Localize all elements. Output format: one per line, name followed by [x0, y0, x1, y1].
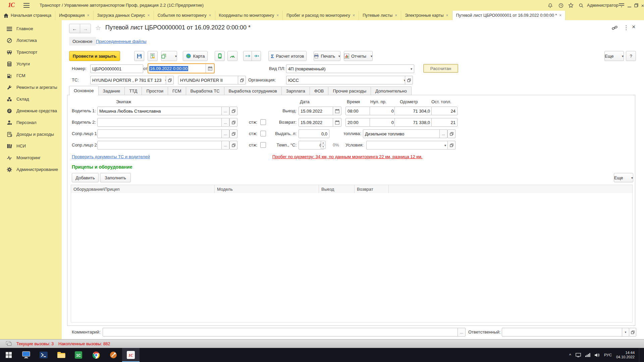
- departure-odometer-input[interactable]: 71 304,0: [394, 107, 432, 115]
- comment-expand-button[interactable]: ...: [458, 328, 466, 337]
- driver1-select-button[interactable]: ...: [221, 107, 229, 115]
- sidebar-item-transport[interactable]: Транспорт: [0, 46, 62, 58]
- add-button[interactable]: Добавить: [72, 173, 99, 182]
- forward-button[interactable]: →: [80, 24, 91, 33]
- print-button[interactable]: Печать ▾: [314, 51, 340, 61]
- vehicle-open-button[interactable]: [166, 76, 174, 84]
- driver2-open-button[interactable]: [229, 118, 237, 127]
- sidebar-item-monitoring[interactable]: Мониторинг: [0, 152, 62, 164]
- return-fuel-input[interactable]: 21: [431, 118, 458, 127]
- user-menu-icon[interactable]: [618, 2, 625, 8]
- th-return[interactable]: Возврат: [355, 185, 389, 193]
- calendar-button[interactable]: [206, 64, 214, 73]
- save-button[interactable]: [134, 51, 144, 61]
- chevron-down-icon[interactable]: ▾: [409, 67, 412, 71]
- departure-date-input[interactable]: 15.09.2022: [299, 107, 336, 115]
- fuel-type-select-button[interactable]: ...: [439, 129, 447, 138]
- form-tab-prostoi[interactable]: Простои: [142, 86, 168, 95]
- taskbar-icon-green-1c[interactable]: 1С: [70, 348, 87, 362]
- conditions-open-button[interactable]: [447, 141, 455, 149]
- tab-close-icon[interactable]: ×: [559, 13, 561, 18]
- close-app-button[interactable]: ×: [639, 2, 644, 8]
- driver2-input[interactable]: [97, 118, 225, 127]
- form-tab-vyrabotka-sotrudnikov[interactable]: Выработка сотрудников: [224, 86, 282, 95]
- form-tab-fov[interactable]: ФОВ: [310, 86, 329, 95]
- return-calendar-button[interactable]: [333, 118, 341, 127]
- tab-close-icon[interactable]: ×: [209, 13, 211, 18]
- departure-fuel-input[interactable]: 24: [431, 107, 458, 115]
- form-tab-vyrabotka-ts[interactable]: Выработка ТС: [186, 86, 224, 95]
- tab-informaciya[interactable]: Информация×: [55, 11, 94, 20]
- tab-sobytiya-monitoring[interactable]: События по мониторингу×: [154, 11, 215, 20]
- tab-close-icon[interactable]: ×: [148, 13, 150, 18]
- more-actions-button[interactable]: Еще▾: [604, 51, 624, 61]
- vehicle-combobox[interactable]: HYUNDAI PORTER , Р 781 ЕТ 123 ▾: [90, 76, 169, 84]
- trailers-more-button[interactable]: Еще▾: [614, 173, 633, 182]
- escort1-select-button[interactable]: ...: [221, 129, 229, 138]
- departure-arrow-button[interactable]: [243, 51, 253, 61]
- check-documents-link[interactable]: Проверить документы ТС и водителей: [72, 154, 150, 159]
- form-tab-dopolnitelno[interactable]: Дополнительно: [371, 86, 412, 95]
- form-tab-prochie-rashody[interactable]: Прочие расходы: [328, 86, 371, 95]
- map-button[interactable]: Карта: [183, 51, 208, 61]
- org-open-button[interactable]: [405, 76, 413, 84]
- favorites-star-icon[interactable]: [568, 2, 574, 8]
- tab-koordinaty-monitoring[interactable]: Координаты по мониторингу×: [215, 11, 283, 20]
- status-calculated-button[interactable]: Рассчитан: [423, 64, 458, 73]
- tab-putevye-listy[interactable]: Путевые листы×: [359, 11, 401, 20]
- tray-chevron-icon[interactable]: ^: [569, 353, 571, 358]
- help-button[interactable]: ?: [626, 51, 636, 61]
- temp-input[interactable]: 0: [299, 141, 324, 149]
- driver2-select-button[interactable]: ...: [221, 118, 229, 127]
- back-button[interactable]: ←: [69, 24, 80, 33]
- return-arrow-button[interactable]: [252, 51, 261, 61]
- escort2-select-button[interactable]: ...: [221, 141, 229, 149]
- form-tab-zadanie[interactable]: Задание: [98, 86, 125, 95]
- sidebar-item-glavnoe[interactable]: Главное: [0, 23, 62, 35]
- taskbar-icon-powershell[interactable]: [35, 348, 52, 362]
- taskbar-icon-explorer[interactable]: [52, 348, 70, 362]
- start-button[interactable]: [0, 348, 17, 362]
- th-model[interactable]: Модель: [215, 185, 319, 193]
- show-desktop-button[interactable]: [639, 348, 641, 362]
- language-indicator[interactable]: РУС: [604, 353, 612, 357]
- departure-time-input[interactable]: 08:00: [345, 107, 371, 115]
- trailers-table-body[interactable]: [71, 193, 633, 322]
- minimize-button[interactable]: [626, 2, 633, 8]
- form-tab-zarplata[interactable]: Зарплата: [281, 86, 310, 95]
- tray-volume-icon[interactable]: [595, 353, 600, 357]
- search-icon[interactable]: [578, 2, 584, 8]
- restore-button[interactable]: [633, 2, 640, 8]
- fuel-issue-input[interactable]: 0,0: [299, 129, 329, 138]
- favorite-star-icon[interactable]: ☆: [95, 24, 101, 32]
- comment-input[interactable]: [103, 328, 461, 337]
- reports-button[interactable]: Отчеты ▾: [344, 51, 373, 61]
- tab-close-icon[interactable]: ×: [87, 13, 90, 18]
- conditions-combobox[interactable]: ▾: [366, 141, 448, 149]
- sidebar-item-dohody[interactable]: ₽ Доходы и расходы: [0, 128, 62, 140]
- model-open-button[interactable]: [238, 76, 246, 84]
- form-tab-osnovnoe[interactable]: Основное: [69, 86, 99, 95]
- responsible-input[interactable]: [502, 328, 625, 337]
- taskbar-icon-chrome[interactable]: [87, 348, 105, 362]
- departure-calendar-button[interactable]: [333, 107, 341, 115]
- sidebar-item-administrirovanie[interactable]: Администрирование: [0, 164, 62, 175]
- driver1-input[interactable]: Мишина Любовь Станиславна: [97, 107, 225, 115]
- taskbar-icon-1c-active[interactable]: 1С: [122, 348, 140, 362]
- driver1-open-button[interactable]: [229, 107, 237, 115]
- responsible-open-button[interactable]: [629, 328, 636, 337]
- copy-button[interactable]: ▾: [161, 51, 177, 61]
- post-and-close-button[interactable]: Провести и закрыть: [69, 51, 120, 61]
- close-form-button[interactable]: ×: [632, 23, 636, 31]
- speedometer-button[interactable]: [227, 51, 237, 61]
- sidebar-item-sklad[interactable]: Склад: [0, 93, 62, 105]
- tab-home[interactable]: Начальная страница: [0, 11, 55, 20]
- tab-probeg-rashod[interactable]: Пробег и расход по мониторингу×: [283, 11, 359, 20]
- escort1-input[interactable]: [97, 129, 225, 138]
- tab-close-icon[interactable]: ×: [446, 13, 448, 18]
- sidebar-item-uslugi[interactable]: Услуги: [0, 58, 62, 70]
- notifications-bell-icon[interactable]: [547, 2, 553, 8]
- kind-combobox[interactable]: 4П (повременный) ▾: [286, 64, 414, 73]
- th-departure[interactable]: Выезд: [319, 185, 355, 193]
- departure-zero-input[interactable]: 0: [370, 107, 396, 115]
